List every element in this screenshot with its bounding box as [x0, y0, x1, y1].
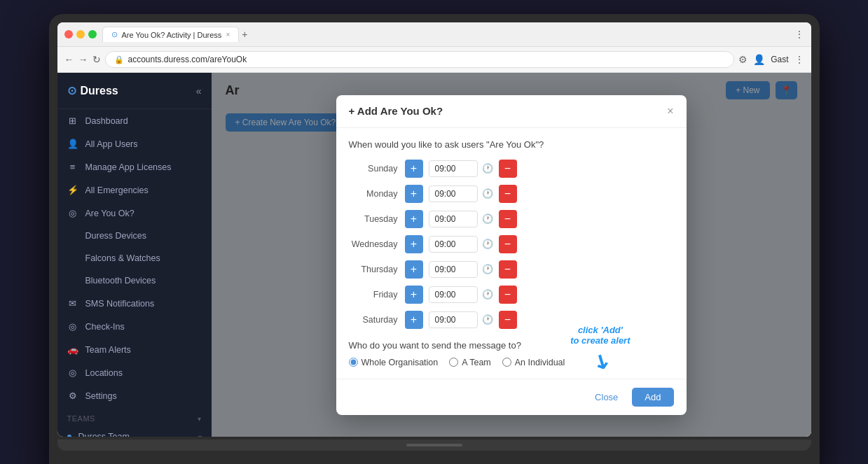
- saturday-remove-btn[interactable]: −: [499, 311, 517, 329]
- sunday-time-input[interactable]: [429, 160, 478, 177]
- sidebar-item-label: Bluetooth Devices: [85, 276, 156, 286]
- chevron-down-icon: ▾: [198, 415, 202, 423]
- new-tab-btn[interactable]: +: [242, 29, 247, 40]
- app-layout: ⊙ Duress « ⊞ Dashboard 👤 All App Users ≡…: [57, 73, 811, 437]
- extension-icon[interactable]: ⚙: [738, 54, 748, 65]
- sunday-label: Sunday: [349, 164, 405, 174]
- back-btn[interactable]: ←: [64, 54, 74, 65]
- close-window-btn[interactable]: [64, 30, 73, 38]
- friday-add-btn[interactable]: +: [405, 286, 423, 304]
- tuesday-add-btn[interactable]: +: [405, 210, 423, 228]
- close-button[interactable]: Close: [586, 388, 626, 407]
- emergencies-icon: ⚡: [67, 185, 78, 195]
- tab-title: Are You Ok? Activity | Duress: [122, 31, 222, 39]
- an-individual-label: An Individual: [515, 358, 565, 367]
- dashboard-icon: ⊞: [67, 115, 78, 126]
- users-icon: 👤: [67, 139, 78, 149]
- forward-btn[interactable]: →: [78, 54, 88, 65]
- sidebar-item-falcons-watches[interactable]: Falcons & Watches: [57, 247, 212, 269]
- browser-controls: [64, 30, 97, 38]
- sidebar-item-bluetooth[interactable]: Bluetooth Devices: [57, 269, 212, 292]
- a-team-radio[interactable]: [449, 358, 458, 367]
- modal-close-btn[interactable]: ×: [667, 105, 673, 118]
- friday-time-input[interactable]: [429, 286, 478, 303]
- sidebar-item-manage-licenses[interactable]: ≡ Manage App Licenses: [57, 155, 212, 178]
- laptop-notch: [406, 444, 462, 447]
- friday-row: Friday + 🕐 −: [349, 286, 674, 304]
- monday-add-btn[interactable]: +: [405, 185, 423, 203]
- thursday-add-btn[interactable]: +: [405, 260, 423, 279]
- monday-label: Monday: [349, 189, 405, 199]
- whole-org-option[interactable]: Whole Organisation: [349, 358, 439, 367]
- maximize-window-btn[interactable]: [88, 30, 97, 38]
- wednesday-remove-btn[interactable]: −: [499, 235, 517, 253]
- wednesday-row: Wednesday + 🕐 −: [349, 235, 674, 253]
- sunday-remove-btn[interactable]: −: [499, 160, 517, 178]
- sidebar-item-emergencies[interactable]: ⚡ All Emergencies: [57, 178, 212, 202]
- checkins-icon: ◎: [67, 321, 78, 332]
- sidebar-item-duress-team[interactable]: Duress Team ▾: [57, 426, 212, 437]
- sidebar-item-settings[interactable]: ⚙ Settings: [57, 384, 212, 407]
- recipient-label: Who do you want to send the message to?: [349, 340, 674, 351]
- sidebar-item-are-you-ok[interactable]: ◎ Are You Ok?: [57, 202, 212, 225]
- friday-remove-btn[interactable]: −: [499, 286, 517, 304]
- minimize-window-btn[interactable]: [76, 30, 85, 38]
- a-team-option[interactable]: A Team: [449, 358, 490, 367]
- teams-section-label: Teams: [67, 414, 95, 423]
- more-icon[interactable]: ⋮: [794, 54, 804, 65]
- an-individual-radio[interactable]: [502, 358, 511, 367]
- wednesday-add-btn[interactable]: +: [405, 235, 423, 253]
- monday-clock-icon: 🕐: [482, 188, 493, 199]
- locations-icon: ◎: [67, 367, 78, 378]
- monday-remove-btn[interactable]: −: [499, 185, 517, 203]
- tuesday-row: Tuesday + 🕐 −: [349, 210, 674, 228]
- settings-icon: ⚙: [67, 391, 78, 401]
- sidebar-item-sms[interactable]: ✉ SMS Notifications: [57, 292, 212, 315]
- modal-title: + Add Are You Ok?: [349, 105, 443, 117]
- whole-org-label: Whole Organisation: [361, 358, 439, 367]
- modal-footer: click 'Add'to create alert ↘ Close Add: [336, 379, 687, 415]
- sunday-clock-icon: 🕐: [482, 163, 493, 174]
- friday-clock-icon: 🕐: [482, 289, 493, 300]
- sidebar-item-checkins[interactable]: ◎ Check-Ins: [57, 315, 212, 338]
- teams-section[interactable]: Teams ▾: [57, 407, 212, 426]
- sms-icon: ✉: [67, 298, 78, 309]
- sidebar-item-app-users[interactable]: 👤 All App Users: [57, 132, 212, 155]
- browser-tab[interactable]: ⊙ Are You Ok? Activity | Duress ×: [102, 27, 240, 42]
- thursday-remove-btn[interactable]: −: [499, 260, 517, 279]
- sidebar-item-duress-devices[interactable]: Duress Devices: [57, 225, 212, 247]
- tuesday-time-input[interactable]: [429, 211, 478, 227]
- friday-label: Friday: [349, 290, 405, 300]
- sidebar-item-locations[interactable]: ◎ Locations: [57, 361, 212, 384]
- add-button[interactable]: Add: [632, 388, 673, 407]
- monday-time-input[interactable]: [429, 185, 478, 202]
- tab-close-btn[interactable]: ×: [226, 31, 230, 38]
- thursday-label: Thursday: [349, 265, 405, 274]
- are-you-ok-icon: ◎: [67, 208, 78, 218]
- sunday-add-btn[interactable]: +: [405, 160, 423, 178]
- sidebar-item-dashboard[interactable]: ⊞ Dashboard: [57, 109, 212, 132]
- an-individual-option[interactable]: An Individual: [502, 358, 565, 367]
- saturday-clock-icon: 🕐: [482, 314, 493, 325]
- licenses-icon: ≡: [67, 162, 78, 172]
- browser-icons: ⚙ 👤 Gast ⋮: [738, 54, 804, 65]
- wednesday-time-input[interactable]: [429, 236, 478, 253]
- lock-icon: 🔒: [114, 55, 124, 64]
- whole-org-radio[interactable]: [349, 358, 358, 367]
- saturday-time-input[interactable]: [429, 311, 478, 328]
- wednesday-clock-icon: 🕐: [482, 239, 493, 249]
- saturday-add-btn[interactable]: +: [405, 311, 423, 329]
- address-bar[interactable]: 🔒 accounts.duress.com/areYouOk: [105, 51, 735, 68]
- sidebar-item-team-alerts[interactable]: 🚗 Team Alerts: [57, 338, 212, 361]
- sidebar-item-label: Locations: [85, 368, 123, 378]
- duress-team-dot: [67, 435, 71, 437]
- sunday-row: Sunday + 🕐 −: [349, 160, 674, 178]
- thursday-time-input[interactable]: [429, 261, 478, 278]
- browser-menu-icon[interactable]: ⋮: [794, 29, 804, 40]
- refresh-btn[interactable]: ↻: [92, 54, 101, 65]
- sidebar-header: ⊙ Duress «: [57, 73, 212, 109]
- tuesday-remove-btn[interactable]: −: [499, 210, 517, 228]
- collapse-sidebar-btn[interactable]: «: [196, 85, 202, 97]
- profile-icon[interactable]: 👤: [753, 54, 765, 65]
- sidebar-item-label: Falcons & Watches: [85, 253, 160, 263]
